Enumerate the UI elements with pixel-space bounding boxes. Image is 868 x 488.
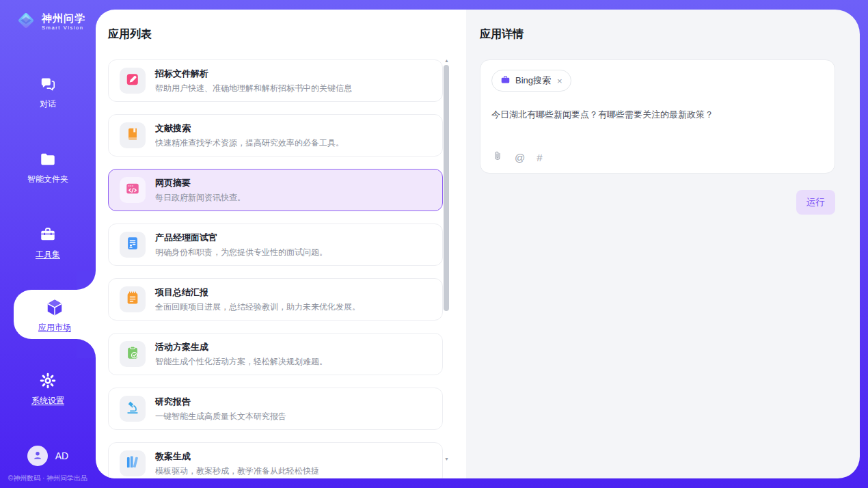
scrollbar-thumb[interactable] — [444, 65, 449, 311]
app-card-1[interactable]: 招标文件解析 帮助用户快速、准确地理解和解析招标书中的关键信息 — [108, 59, 443, 102]
clipboard-check-icon — [125, 345, 140, 363]
app-icon-tile — [120, 232, 146, 258]
sidebar-item-chat[interactable]: 对话 — [0, 75, 96, 108]
user-account[interactable]: AD — [0, 446, 96, 466]
input-toolbar: @ # — [492, 150, 543, 164]
scroll-down-icon[interactable]: ▼ — [443, 456, 450, 463]
bubble-corner — [77, 271, 96, 290]
app-icon-tile — [120, 450, 146, 476]
app-card-title: 研究报告 — [155, 396, 286, 408]
microscope-icon — [125, 400, 140, 418]
app-icon-tile — [120, 122, 146, 148]
person-icon — [31, 449, 44, 463]
app-card-title: 产品经理面试官 — [155, 232, 327, 244]
sidebar-item-label: 工具集 — [36, 250, 60, 258]
doc-user-icon — [125, 236, 140, 254]
avatar — [27, 446, 48, 466]
at-icon[interactable]: @ — [515, 152, 525, 163]
sidebar-item-smart-folder[interactable]: 智能文件夹 — [0, 150, 96, 183]
edit-square-icon — [125, 72, 140, 90]
app-card-5[interactable]: 项目总结汇报 全面回顾项目进展，总结经验教训，助力未来优化发展。 — [108, 278, 443, 321]
app-card-3[interactable]: 网页摘要 每日政府新闻资讯快查。 — [108, 169, 443, 211]
app-card-description: 帮助用户快速、准确地理解和解析招标书中的关键信息 — [155, 83, 352, 94]
brand-logo: 神州问学 Smart Vision — [14, 9, 85, 35]
app-card-title: 招标文件解析 — [155, 68, 352, 80]
query-input-card[interactable]: Bing搜索 × 今日湖北有哪些新闻要点？有哪些需要关注的最新政策？ @ # — [480, 59, 835, 174]
gear-icon — [39, 372, 57, 392]
app-card-title: 项目总结汇报 — [155, 286, 360, 299]
main-window: 应用列表 招标文件解析 帮助用户快速、准确地理解和解析招标书中的关键信息 文献搜… — [96, 10, 860, 478]
app-icon-tile — [120, 396, 146, 422]
app-card-8[interactable]: 教案生成 模板驱动，教案秒成，教学准备从此轻松快捷 — [108, 442, 443, 478]
app-icon-tile — [120, 68, 146, 94]
toolbox-icon — [39, 226, 57, 245]
user-label: AD — [55, 450, 68, 461]
app-list-title: 应用列表 — [108, 27, 466, 42]
query-text[interactable]: 今日湖北有哪些新闻要点？有哪些需要关注的最新政策？ — [491, 108, 824, 122]
folder-icon — [39, 150, 57, 170]
app-card-title: 文献搜索 — [155, 122, 344, 135]
scroll-up-icon[interactable]: ▲ — [443, 57, 450, 64]
chat-icon — [39, 75, 57, 95]
paperclip-icon[interactable] — [492, 150, 503, 164]
app-detail-panel: 应用详情 Bing搜索 × 今日湖北有哪些新闻要点？有哪些需要关注的最新政策？ — [466, 10, 860, 478]
app-detail-title: 应用详情 — [480, 27, 835, 42]
books-icon — [125, 455, 140, 472]
app-card-description: 全面回顾项目进展，总结经验教训，助力未来优化发展。 — [155, 301, 360, 313]
list-scrollbar[interactable]: ▲ ▼ — [443, 57, 450, 463]
run-button[interactable]: 运行 — [796, 190, 835, 215]
sidebar-item-label: 对话 — [40, 100, 56, 108]
app-card-description: 每日政府新闻资讯快查。 — [155, 192, 245, 204]
sidebar-item-label: 应用市场 — [38, 323, 71, 331]
app-card-list: 招标文件解析 帮助用户快速、准确地理解和解析招标书中的关键信息 文献搜索 快速精… — [108, 59, 443, 478]
app-card-2[interactable]: 文献搜索 快速精准查找学术资源，提高研究效率的必备工具。 — [108, 114, 443, 157]
diamond-logo-icon — [14, 9, 38, 35]
copyright-footer: ©神州数码 · 神州问学出品 — [0, 474, 96, 483]
app-card-7[interactable]: 研究报告 一键智能生成高质量长文本研究报告 — [108, 388, 443, 430]
app-icon-tile — [120, 341, 146, 367]
app-card-description: 模板驱动，教案秒成，教学准备从此轻松快捷 — [155, 465, 319, 477]
app-card-description: 一键智能生成高质量长文本研究报告 — [155, 411, 286, 422]
app-icon-tile — [120, 177, 146, 203]
app-card-description: 智能生成个性化活动方案，轻松解决规划难题。 — [155, 356, 327, 368]
notepad-icon — [125, 290, 140, 308]
app-icon-tile — [120, 286, 146, 312]
sidebar-item-app-market[interactable]: 应用市场 — [14, 290, 96, 339]
brand-name: 神州问学 — [42, 13, 85, 25]
sidebar-item-settings[interactable]: 系统设置 — [0, 372, 96, 405]
tool-chip-bing-search[interactable]: Bing搜索 × — [491, 70, 571, 92]
browser-code-icon — [125, 181, 140, 199]
app-card-title: 教案生成 — [155, 450, 319, 463]
briefcase-icon — [500, 74, 511, 87]
app-card-4[interactable]: 产品经理面试官 明确身份和职责，为您提供专业性的面试问题。 — [108, 223, 443, 266]
app-root: { "brand": { "name": "神州问学", "subtitle":… — [0, 0, 868, 488]
hash-icon[interactable]: # — [537, 152, 542, 163]
app-card-description: 快速精准查找学术资源，提高研究效率的必备工具。 — [155, 137, 344, 149]
bubble-corner — [77, 339, 96, 358]
app-card-title: 网页摘要 — [155, 177, 245, 189]
run-row: 运行 — [480, 190, 835, 215]
tool-chip-label: Bing搜索 — [515, 74, 551, 87]
book-icon — [125, 126, 140, 144]
sidebar-item-label: 系统设置 — [31, 396, 64, 405]
sidebar-item-label: 智能文件夹 — [27, 175, 68, 183]
sidebar: 神州问学 Smart Vision 对话 智能文件夹 — [0, 0, 96, 488]
sidebar-item-toolset[interactable]: 工具集 — [0, 226, 96, 258]
brand-subtitle: Smart Vision — [42, 25, 85, 31]
app-list-panel: 应用列表 招标文件解析 帮助用户快速、准确地理解和解析招标书中的关键信息 文献搜… — [96, 10, 466, 478]
app-card-6[interactable]: 活动方案生成 智能生成个性化活动方案，轻松解决规划难题。 — [108, 333, 443, 375]
close-icon[interactable]: × — [557, 76, 562, 86]
app-card-description: 明确身份和职责，为您提供专业性的面试问题。 — [155, 247, 327, 258]
app-card-title: 活动方案生成 — [155, 341, 327, 353]
cube-icon — [44, 297, 65, 320]
